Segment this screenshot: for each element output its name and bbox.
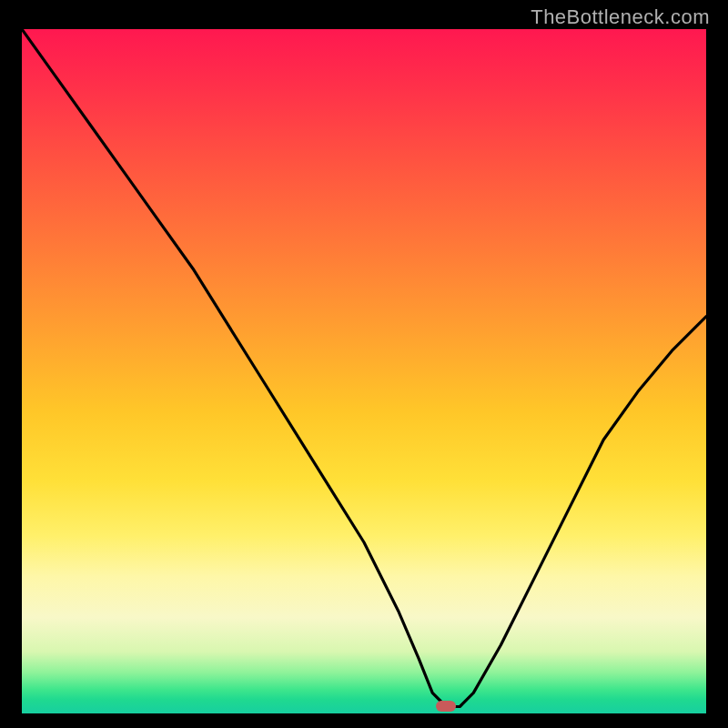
watermark-text: TheBottleneck.com: [531, 5, 710, 29]
chart-frame: TheBottleneck.com: [0, 0, 728, 728]
plot-area: [22, 29, 706, 713]
bottleneck-curve-svg: [22, 29, 706, 713]
optimal-point-marker: [436, 701, 456, 712]
bottleneck-curve-path: [22, 29, 706, 707]
